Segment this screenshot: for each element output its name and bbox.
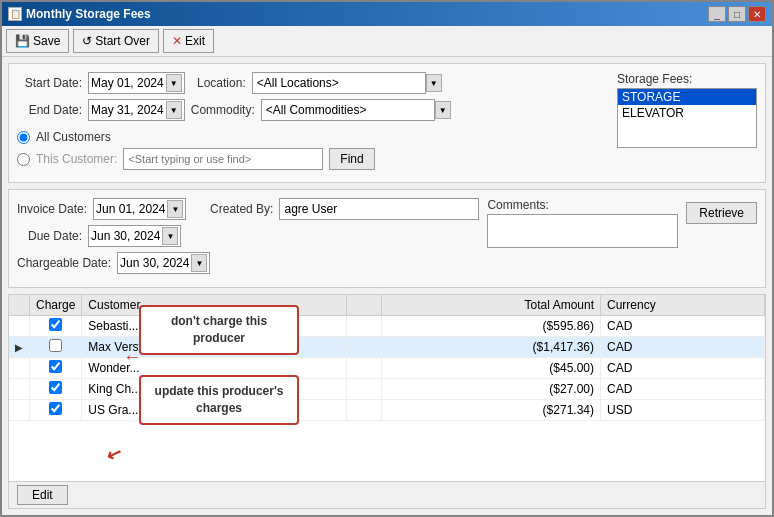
start-date-field[interactable]: May 01, 2024 ▼ bbox=[88, 72, 185, 94]
currency-5: USD bbox=[600, 400, 764, 421]
date-location-section: Start Date: May 01, 2024 ▼ Location: ▼ E… bbox=[17, 72, 609, 174]
customer-search-input[interactable] bbox=[123, 148, 323, 170]
due-date-label: Due Date: bbox=[17, 229, 82, 243]
invoice-panel: Invoice Date: Jun 01, 2024 ▼ Created By:… bbox=[8, 189, 766, 288]
chargeable-date-dropdown[interactable]: ▼ bbox=[191, 254, 207, 272]
customer-name-3: Wonder... bbox=[82, 358, 347, 379]
col-spacer bbox=[347, 295, 382, 316]
total-amount-2: ($1,417.36) bbox=[382, 337, 601, 358]
comments-section: Comments: bbox=[487, 198, 678, 248]
save-button[interactable]: 💾 Save bbox=[6, 29, 69, 53]
comments-textarea[interactable] bbox=[487, 214, 678, 248]
start-date-label: Start Date: bbox=[17, 76, 82, 90]
col-charge: Charge bbox=[30, 295, 82, 316]
invoice-fields: Invoice Date: Jun 01, 2024 ▼ Created By:… bbox=[17, 198, 479, 279]
col-customer: Customer bbox=[82, 295, 347, 316]
currency-1: CAD bbox=[600, 316, 764, 337]
col-currency: Currency bbox=[600, 295, 764, 316]
invoice-date-label: Invoice Date: bbox=[17, 202, 87, 216]
fees-item-storage[interactable]: STORAGE bbox=[618, 89, 756, 105]
total-amount-4: ($27.00) bbox=[382, 379, 601, 400]
created-by-input[interactable] bbox=[279, 198, 479, 220]
location-dropdown[interactable]: ▼ bbox=[252, 72, 442, 94]
end-date-dropdown[interactable]: ▼ bbox=[166, 101, 182, 119]
commodity-dropdown[interactable]: ▼ bbox=[261, 99, 451, 121]
end-date-field[interactable]: May 31, 2024 ▼ bbox=[88, 99, 185, 121]
all-customers-radio[interactable] bbox=[17, 131, 30, 144]
customer-name-1: Sebasti... bbox=[82, 316, 347, 337]
table-footer: Edit bbox=[9, 481, 765, 508]
start-date-dropdown[interactable]: ▼ bbox=[166, 74, 182, 92]
top-panel: Start Date: May 01, 2024 ▼ Location: ▼ E… bbox=[8, 63, 766, 183]
arrow-2: ↙ bbox=[104, 441, 126, 467]
table-row[interactable]: Sebasti... ($595.86) CAD bbox=[9, 316, 765, 337]
exit-button[interactable]: ✕ Exit bbox=[163, 29, 214, 53]
total-amount-5: ($271.34) bbox=[382, 400, 601, 421]
start-over-icon: ↺ bbox=[82, 34, 92, 48]
title-bar: 📋 Monthly Storage Fees _ □ ✕ bbox=[2, 2, 772, 26]
table-row[interactable]: ▶ Max Verstappen ($1,417.36) CAD bbox=[9, 337, 765, 358]
window-title: Monthly Storage Fees bbox=[26, 7, 151, 21]
fees-item-elevator[interactable]: ELEVATOR bbox=[618, 105, 756, 121]
fees-list[interactable]: STORAGE ELEVATOR bbox=[617, 88, 757, 148]
charge-checkbox-cell-2[interactable] bbox=[30, 337, 82, 358]
col-total-amount: Total Amount bbox=[382, 295, 601, 316]
customer-name-2: Max Verstappen bbox=[82, 337, 347, 358]
created-by-label: Created By: bbox=[208, 202, 273, 216]
storage-fees-label: Storage Fees: bbox=[617, 72, 757, 86]
chargeable-date-field[interactable]: Jun 30, 2024 ▼ bbox=[117, 252, 210, 274]
toolbar: 💾 Save ↺ Start Over ✕ Exit bbox=[2, 26, 772, 57]
invoice-date-field[interactable]: Jun 01, 2024 ▼ bbox=[93, 198, 186, 220]
currency-2: CAD bbox=[600, 337, 764, 358]
row-indicator-4 bbox=[9, 379, 30, 400]
currency-3: CAD bbox=[600, 358, 764, 379]
commodity-dropdown-btn[interactable]: ▼ bbox=[435, 101, 451, 119]
commodity-label: Commodity: bbox=[191, 103, 255, 117]
row-indicator-5 bbox=[9, 400, 30, 421]
charge-checkbox-4[interactable] bbox=[49, 381, 62, 394]
retrieve-button[interactable]: Retrieve bbox=[686, 202, 757, 224]
find-button[interactable]: Find bbox=[329, 148, 374, 170]
table-row[interactable]: King Ch... ($27.00) CAD bbox=[9, 379, 765, 400]
charge-checkbox-3[interactable] bbox=[49, 360, 62, 373]
total-amount-3: ($45.00) bbox=[382, 358, 601, 379]
window-icon: 📋 bbox=[8, 7, 22, 21]
comments-label: Comments: bbox=[487, 198, 678, 212]
charge-checkbox-cell-3[interactable] bbox=[30, 358, 82, 379]
charge-checkbox-5[interactable] bbox=[49, 402, 62, 415]
col-indicator bbox=[9, 295, 30, 316]
charge-checkbox-2[interactable] bbox=[49, 339, 62, 352]
row-indicator-3 bbox=[9, 358, 30, 379]
invoice-date-dropdown[interactable]: ▼ bbox=[167, 200, 183, 218]
main-window: 📋 Monthly Storage Fees _ □ ✕ 💾 Save ↺ St… bbox=[0, 0, 774, 517]
close-button[interactable]: ✕ bbox=[748, 6, 766, 22]
maximize-button[interactable]: □ bbox=[728, 6, 746, 22]
customer-filter-section: All Customers This Customer: Find bbox=[17, 126, 609, 174]
due-date-field[interactable]: Jun 30, 2024 ▼ bbox=[88, 225, 181, 247]
edit-button[interactable]: Edit bbox=[17, 485, 68, 505]
commodity-input[interactable] bbox=[261, 99, 435, 121]
row-indicator bbox=[9, 316, 30, 337]
minimize-button[interactable]: _ bbox=[708, 6, 726, 22]
location-input[interactable] bbox=[252, 72, 426, 94]
charge-checkbox-cell[interactable] bbox=[30, 316, 82, 337]
content-area: Start Date: May 01, 2024 ▼ Location: ▼ E… bbox=[2, 57, 772, 515]
customer-name-4: King Ch... bbox=[82, 379, 347, 400]
charge-checkbox-cell-5[interactable] bbox=[30, 400, 82, 421]
table-row[interactable]: Wonder... ($45.00) CAD bbox=[9, 358, 765, 379]
start-over-button[interactable]: ↺ Start Over bbox=[73, 29, 159, 53]
location-dropdown-btn[interactable]: ▼ bbox=[426, 74, 442, 92]
this-customer-label: This Customer: bbox=[36, 152, 117, 166]
chargeable-date-label: Chargeable Date: bbox=[17, 256, 111, 270]
charges-table: Charge Customer Total Amount Currency Se… bbox=[9, 295, 765, 421]
table-row[interactable]: US Gra... ($271.34) USD bbox=[9, 400, 765, 421]
save-icon: 💾 bbox=[15, 34, 30, 48]
this-customer-radio[interactable] bbox=[17, 153, 30, 166]
customer-name-5: US Gra... bbox=[82, 400, 347, 421]
data-table-section: Charge Customer Total Amount Currency Se… bbox=[8, 294, 766, 509]
charge-checkbox-cell-4[interactable] bbox=[30, 379, 82, 400]
table-container: Charge Customer Total Amount Currency Se… bbox=[9, 295, 765, 481]
charge-checkbox-1[interactable] bbox=[49, 318, 62, 331]
due-date-dropdown[interactable]: ▼ bbox=[162, 227, 178, 245]
total-amount-1: ($595.86) bbox=[382, 316, 601, 337]
